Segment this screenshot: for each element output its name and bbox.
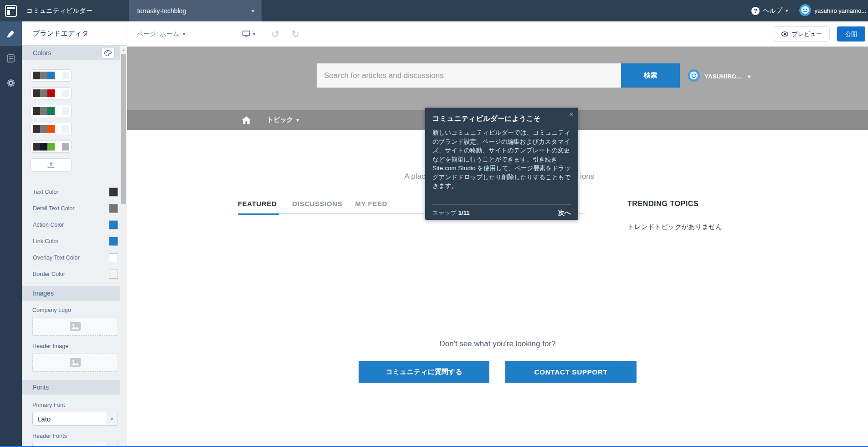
redo-button[interactable]: ↻: [291, 21, 299, 47]
color-prop-overlay-text-color[interactable]: Overlay Text Color: [22, 249, 120, 266]
device-preview-selector[interactable]: ▾: [242, 21, 256, 47]
prop-label: Border Color: [33, 271, 65, 277]
swatch: [55, 89, 62, 97]
color-chip[interactable]: [109, 237, 118, 246]
site-name: terrasky-techblog: [137, 7, 186, 15]
trending-topics-empty-message: トレンドトピックがありません: [627, 223, 722, 231]
panel-title: ブランドエディタ: [22, 21, 127, 46]
footer-cta-row: コミュニティに質問する CONTACT SUPPORT: [127, 361, 868, 383]
undo-button[interactable]: ↺: [271, 21, 279, 47]
page-document-icon: [7, 54, 15, 63]
swatch: [55, 107, 62, 115]
swatch: [62, 143, 69, 151]
header-image-field: Header Image: [22, 337, 120, 373]
ask-community-button[interactable]: コミュニティに質問する: [359, 361, 489, 383]
builder-canvas: ページ: ホーム ▾ ▾ ↺ ↻ プレビュー: [127, 21, 868, 447]
preview-button[interactable]: プレビュー: [774, 26, 830, 42]
trending-topics-title: TRENDING TOPICS: [627, 200, 699, 208]
rail-item-brand-editor[interactable]: [0, 21, 22, 46]
user-menu[interactable]: yasuhiro yamamo...: [799, 4, 866, 17]
prop-label: Link Color: [33, 238, 58, 244]
scrollbar-thumb[interactable]: [121, 54, 126, 204]
swatch: [33, 107, 40, 115]
swatch: [47, 107, 55, 115]
upload-palette-button[interactable]: [30, 158, 72, 172]
custom-palette-button[interactable]: [101, 48, 115, 58]
color-chip[interactable]: [109, 220, 118, 229]
popup-step-label: ステップ: [432, 209, 457, 216]
color-prop-border-color[interactable]: Border Color: [22, 266, 120, 282]
color-prop-action-color[interactable]: Action Color: [22, 217, 120, 233]
gear-icon: [6, 78, 15, 88]
color-chip[interactable]: [109, 270, 118, 279]
header-image-dropzone[interactable]: [32, 353, 118, 372]
palette-option-2[interactable]: [30, 87, 72, 99]
avatar: [799, 4, 811, 17]
contact-support-button[interactable]: CONTACT SUPPORT: [505, 361, 637, 383]
color-chip[interactable]: [109, 253, 118, 262]
swatch: [40, 143, 47, 151]
toolbar-right-group: プレビュー 公開: [774, 26, 865, 42]
close-icon[interactable]: ×: [569, 110, 574, 118]
primary-font-select[interactable]: Lato ▾: [32, 412, 118, 426]
popup-next-button[interactable]: 次へ: [558, 209, 571, 217]
help-label: ヘルプ: [763, 7, 782, 15]
tab-featured[interactable]: FEATURED: [238, 200, 279, 215]
popup-footer: ステップ 1/11 次へ: [432, 209, 571, 217]
nav-topics-menu[interactable]: トピック ▼: [267, 116, 300, 124]
search-button[interactable]: 検索: [621, 63, 680, 88]
swatch: [47, 72, 55, 79]
builder-app-icon[interactable]: [0, 0, 22, 21]
color-prop-detail-text-color[interactable]: Detail Text Color: [22, 200, 120, 217]
scrollbar-up-arrow[interactable]: ▲: [120, 46, 127, 54]
chevron-down-icon: ▾: [106, 412, 118, 425]
swatch: [55, 72, 62, 79]
swatch: [62, 72, 69, 79]
publish-button[interactable]: 公開: [837, 26, 865, 42]
topbar-right-group: ? ヘルプ ▾ yasuhiro yamamo...: [751, 0, 868, 21]
prop-label: Action Color: [33, 222, 64, 228]
header-fonts-label: Header Fonts: [32, 433, 120, 439]
color-prop-link-color[interactable]: Link Color: [22, 233, 120, 249]
images-section-header: Images: [22, 286, 120, 301]
palette-list: [22, 60, 120, 172]
popup-divider: [432, 204, 571, 205]
prop-label: Overlay Text Color: [33, 255, 80, 261]
panel-scrollbar[interactable]: ▲: [120, 46, 127, 447]
nav-home-link[interactable]: [242, 116, 251, 124]
chevron-down-icon: ▾: [252, 8, 254, 14]
search-input[interactable]: [317, 63, 621, 88]
community-user-menu[interactable]: YASUHIRO... ▼: [688, 69, 752, 83]
prop-label: Detail Text Color: [33, 205, 74, 212]
swatch: [47, 143, 55, 151]
smiley-avatar-icon: [688, 69, 700, 82]
popup-body-text: 新しいコミュニティビルダーでは、コミュニティのブランド設定、ページの編集およびカ…: [432, 128, 571, 191]
company-logo-dropzone[interactable]: [32, 317, 118, 336]
upload-icon: [47, 161, 55, 168]
swatch: [33, 89, 40, 97]
site-selector[interactable]: terrasky-techblog ▾: [129, 0, 262, 21]
rail-item-settings[interactable]: [0, 71, 22, 95]
help-menu[interactable]: ? ヘルプ ▾: [751, 7, 788, 15]
swatch: [40, 89, 47, 97]
community-user-name: YASUHIRO...: [704, 73, 742, 80]
header-image-label: Header Image: [32, 343, 120, 349]
palette-option-3[interactable]: [30, 105, 72, 117]
feed-tabs: FEATURED DISCUSSIONS MY FEED: [238, 200, 387, 215]
color-prop-text-color[interactable]: Text Color: [22, 184, 120, 200]
eye-icon: [781, 31, 788, 36]
tab-discussions[interactable]: DISCUSSIONS: [292, 200, 342, 215]
color-chip[interactable]: [109, 187, 118, 197]
tab-my-feed[interactable]: MY FEED: [355, 200, 387, 215]
swatch: [40, 72, 47, 79]
rail-item-pages[interactable]: [0, 46, 22, 71]
palette-option-4[interactable]: [30, 123, 72, 135]
primary-font-field: Primary Font Lato ▾: [22, 395, 120, 426]
intro-text-fragment-right: ions: [580, 172, 594, 181]
brush-icon: [6, 29, 15, 38]
palette-option-5[interactable]: [30, 140, 72, 153]
color-chip[interactable]: [109, 204, 118, 213]
page-selector[interactable]: ページ: ホーム ▾: [137, 21, 185, 47]
fonts-section-header: Fonts: [22, 380, 120, 395]
palette-option-1[interactable]: [30, 69, 72, 82]
